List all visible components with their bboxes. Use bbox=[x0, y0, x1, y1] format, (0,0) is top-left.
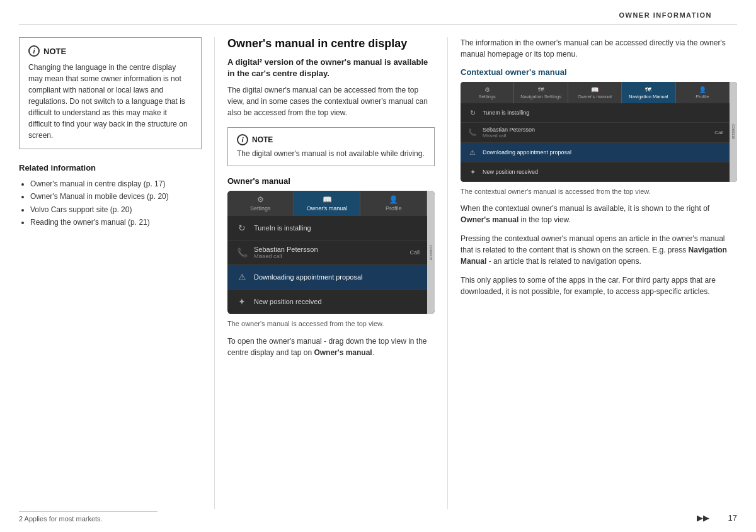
header-title: OWNER INFORMATION bbox=[619, 11, 712, 19]
screen-main: ⚙ Settings 📖 Owner's manual 👤 Profile bbox=[227, 191, 427, 314]
tab-sm-owners-manual[interactable]: 📖 Owner's manual bbox=[568, 82, 622, 103]
nav-icon-sm: 🗺 bbox=[645, 86, 651, 93]
row-content-position: New position received bbox=[254, 298, 420, 305]
related-info-title: Related information bbox=[19, 163, 202, 173]
middle-note-title: NOTE bbox=[252, 135, 273, 144]
location-icon: ✦ bbox=[235, 295, 249, 308]
book-icon: 📖 bbox=[323, 195, 332, 204]
left-note-box: i NOTE Changing the language in the cent… bbox=[19, 37, 202, 149]
warning-icon-sm: ⚠ bbox=[467, 147, 478, 158]
screen-row-sm-download: ⚠ Downloading appointment proposal bbox=[461, 143, 730, 162]
right-screen-code: C060315 bbox=[730, 82, 737, 182]
page-header: OWNER INFORMATION bbox=[19, 0, 737, 25]
tab-sm-nav-manual[interactable]: 🗺 Navigation Manual bbox=[622, 82, 675, 103]
list-item-text: Reading the owner's manual (p. 21) bbox=[30, 218, 150, 227]
row-title-position: New position received bbox=[254, 298, 420, 305]
screen-row-sm-sebastian: 📞 Sebastian Petersson Missed call Call bbox=[461, 123, 730, 143]
row-title-sm-tunein: TuneIn is installing bbox=[483, 110, 723, 116]
call-action-sm[interactable]: Call bbox=[714, 130, 723, 135]
phone-icon: 📞 bbox=[235, 246, 249, 259]
left-column: i NOTE Changing the language in the cent… bbox=[19, 37, 214, 509]
right-intro: The information in the owner's manual ca… bbox=[461, 37, 737, 60]
list-item-text: Owner's manual in centre display (p. 17) bbox=[30, 179, 165, 188]
screen-row-download: ⚠ Downloading appointment proposal bbox=[227, 265, 427, 290]
row-title-sm-download: Downloading appointment proposal bbox=[483, 149, 723, 156]
map-icon-sm: 🗺 bbox=[538, 86, 544, 93]
screen-row-sebastian: 📞 Sebastian Petersson Missed call Call bbox=[227, 241, 427, 265]
middle-column: Owner's manual in centre display A digit… bbox=[214, 37, 447, 509]
row-content-download: Downloading appointment proposal bbox=[254, 273, 420, 281]
refresh-icon-sm: ↻ bbox=[467, 107, 478, 118]
row-title-download: Downloading appointment proposal bbox=[254, 273, 420, 281]
middle-title: Owner's manual in centre display bbox=[227, 37, 435, 50]
page-number: 17 bbox=[728, 513, 737, 523]
page-content: i NOTE Changing the language in the cent… bbox=[0, 25, 756, 522]
left-note-content: Changing the language in the centre disp… bbox=[28, 62, 192, 141]
screen-row-position: ✦ New position received bbox=[227, 290, 427, 314]
right-screen-mockup: ⚙ Settings 🗺 Navigation Settings 📖 Owner… bbox=[461, 82, 737, 182]
right-screen-main: ⚙ Settings 🗺 Navigation Settings 📖 Owner… bbox=[461, 82, 730, 182]
list-item: Owner's manual in centre display (p. 17) bbox=[30, 178, 202, 190]
screen-row-tunein: ↻ TuneIn is installing bbox=[227, 216, 427, 241]
list-item: Reading the owner's manual (p. 21) bbox=[30, 216, 202, 229]
tab-manual-label: Owner's manual bbox=[307, 205, 348, 212]
page-footer: 2 Applies for most markets. ▶▶ 17 bbox=[0, 511, 756, 523]
tab-sm-nav-settings[interactable]: 🗺 Navigation Settings bbox=[514, 82, 568, 103]
right-caption: The contextual owner's manual is accesse… bbox=[461, 187, 737, 196]
tab-sm-manual-label: Owner's manual bbox=[578, 94, 612, 99]
related-info-section: Related information Owner's manual in ce… bbox=[19, 163, 202, 229]
row-title-tunein: TuneIn is installing bbox=[254, 224, 420, 232]
middle-note-header: i NOTE bbox=[237, 134, 425, 145]
row-title-sm-position: New position received bbox=[483, 169, 723, 175]
settings-icon: ⚙ bbox=[257, 195, 264, 204]
row-sub-sebastian: Missed call bbox=[254, 253, 404, 259]
refresh-icon: ↻ bbox=[235, 221, 249, 235]
profile-icon: 👤 bbox=[389, 195, 398, 204]
middle-lead: A digital² version of the owner's manual… bbox=[227, 57, 435, 79]
tab-sm-nav-manual-label: Navigation Manual bbox=[629, 94, 668, 99]
profile-icon-sm: 👤 bbox=[699, 86, 706, 93]
tab-sm-settings[interactable]: ⚙ Settings bbox=[461, 82, 514, 103]
middle-screen-mockup: ⚙ Settings 📖 Owner's manual 👤 Profile bbox=[227, 191, 435, 314]
tab-profile-label: Profile bbox=[386, 205, 402, 212]
right-body2: When the contextual owner's manual is av… bbox=[461, 203, 737, 225]
right-body3: Pressing the contextual owner's manual o… bbox=[461, 233, 737, 267]
tab-sm-profile-label: Profile bbox=[696, 94, 709, 99]
middle-body1: The digital owner's manual can be access… bbox=[227, 84, 435, 118]
tab-sm-settings-label: Settings bbox=[479, 94, 496, 99]
tab-profile[interactable]: 👤 Profile bbox=[360, 191, 427, 216]
list-item: Volvo Cars support site (p. 20) bbox=[30, 203, 202, 216]
call-action[interactable]: Call bbox=[410, 249, 420, 256]
right-body3-before: Pressing the contextual owner's manual o… bbox=[461, 234, 724, 254]
row-content-sm-download: Downloading appointment proposal bbox=[483, 149, 723, 156]
tab-settings[interactable]: ⚙ Settings bbox=[227, 191, 294, 216]
list-item-text: Volvo Cars support site (p. 20) bbox=[30, 205, 132, 214]
drag-text: To open the owner's manual - drag down t… bbox=[227, 336, 435, 358]
screen-inner: ⚙ Settings 📖 Owner's manual 👤 Profile bbox=[227, 191, 435, 314]
row-content-sm-position: New position received bbox=[483, 169, 723, 175]
middle-note-box: i NOTE The digital owner's manual is not… bbox=[227, 127, 435, 166]
tab-settings-label: Settings bbox=[250, 205, 271, 212]
middle-screen-wrapper: ⚙ Settings 📖 Owner's manual 👤 Profile bbox=[227, 191, 435, 314]
row-content-sebastian: Sebastian Petersson Missed call bbox=[254, 246, 404, 259]
right-body3-end: - an article that is related to navigati… bbox=[486, 257, 641, 266]
phone-icon-sm: 📞 bbox=[467, 127, 478, 139]
tab-owners-manual[interactable]: 📖 Owner's manual bbox=[294, 191, 361, 216]
info-icon: i bbox=[28, 45, 40, 57]
middle-note-content: The digital owner's manual is not availa… bbox=[237, 149, 425, 159]
tab-sm-nav-settings-label: Navigation Settings bbox=[520, 94, 561, 99]
middle-caption: The owner's manual is accessed from the … bbox=[227, 319, 435, 329]
list-item-text: Owner's Manual in mobile devices (p. 20) bbox=[30, 192, 169, 201]
row-content-tunein: TuneIn is installing bbox=[254, 224, 420, 232]
right-column: The information in the owner's manual ca… bbox=[447, 37, 737, 509]
screen-row-sm-position: ✦ New position received bbox=[461, 162, 730, 182]
warning-icon: ⚠ bbox=[235, 270, 249, 284]
tab-sm-profile[interactable]: 👤 Profile bbox=[676, 82, 730, 103]
next-arrows: ▶▶ bbox=[697, 513, 709, 523]
row-sub-sm-sebastian: Missed call bbox=[483, 133, 710, 139]
settings-icon-sm: ⚙ bbox=[484, 86, 490, 93]
screen-code: C060315 bbox=[427, 191, 435, 314]
right-body2-end: in the top view. bbox=[518, 215, 571, 224]
drag-text-end: . bbox=[372, 348, 374, 357]
footnote: 2 Applies for most markets. bbox=[19, 511, 158, 523]
